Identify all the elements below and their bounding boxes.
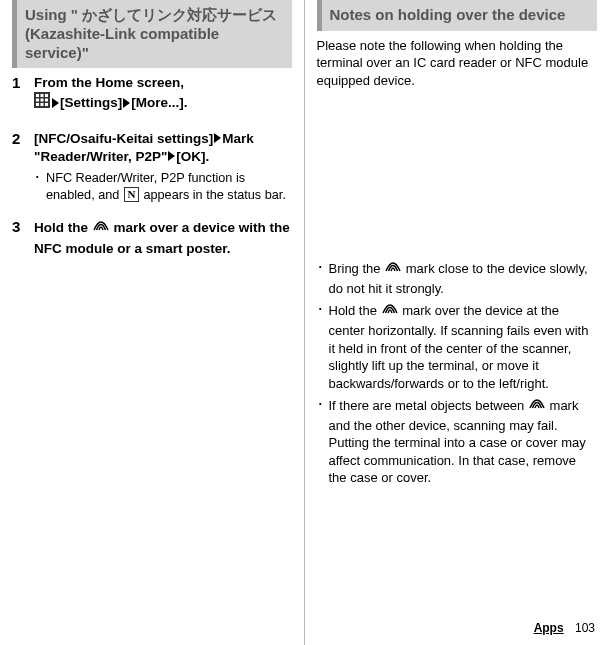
step-title: Hold the mark over a device with the NFC…	[34, 218, 292, 257]
list-item: ･ Hold the mark over the device at the c…	[317, 301, 598, 392]
footer-section: Apps	[534, 621, 564, 635]
triangle-icon	[123, 98, 130, 108]
svg-rect-9	[45, 103, 48, 106]
step-title: From the Home screen,	[34, 74, 292, 115]
step-text: From the Home screen,	[34, 75, 184, 90]
list-item: ･ Bring the mark close to the device slo…	[317, 259, 598, 297]
right-bullet-list: ･ Bring the mark close to the device slo…	[317, 259, 598, 487]
step-sub-bullet: ･ NFC Reader/Writer, P2P function is ena…	[34, 170, 292, 204]
svg-rect-2	[41, 94, 44, 97]
step-body: From the Home screen,	[34, 74, 292, 115]
step-title: [NFC/Osaifu-Keitai settings]Mark "Reader…	[34, 130, 292, 166]
step-text: [OK].	[176, 149, 209, 164]
step-item: 2 [NFC/Osaifu-Keitai settings]Mark "Read…	[12, 130, 292, 205]
bullet-dot: ･	[317, 396, 329, 487]
nfc-mark-icon	[529, 396, 545, 415]
svg-rect-6	[45, 99, 48, 102]
triangle-icon	[214, 133, 221, 143]
bullet-text: Hold the mark over the device at the cen…	[329, 301, 598, 392]
bullet-text: Bring the mark close to the device slowl…	[329, 259, 598, 297]
triangle-icon	[52, 98, 59, 108]
nfc-mark-icon	[385, 259, 401, 278]
svg-rect-1	[36, 94, 39, 97]
step-body: [NFC/Osaifu-Keitai settings]Mark "Reader…	[34, 130, 292, 205]
nfc-mark-icon	[93, 218, 109, 237]
list-item: ･ If there are metal objects between mar…	[317, 396, 598, 487]
svg-rect-4	[36, 99, 39, 102]
svg-rect-3	[45, 94, 48, 97]
step-text: [More...].	[131, 96, 187, 111]
step-text: [Settings]	[60, 96, 122, 111]
step-number: 3	[12, 218, 34, 257]
right-column: Notes on holding over the device Please …	[305, 0, 610, 645]
sub-bullet-text: NFC Reader/Writer, P2P function is enabl…	[46, 170, 292, 204]
bullet-dot: ･	[317, 301, 329, 392]
bullet-text: If there are metal objects between mark …	[329, 396, 598, 487]
step-body: Hold the mark over a device with the NFC…	[34, 218, 292, 257]
home-grid-icon	[34, 92, 50, 113]
bullet-dot: ･	[34, 170, 46, 204]
step-text: Hold the	[34, 221, 92, 236]
step-item: 3 Hold the mark over a device with the N…	[12, 218, 292, 257]
bullet-dot: ･	[317, 259, 329, 297]
page-footer: Apps 103	[534, 621, 595, 635]
text-fragment: If there are metal objects between	[329, 398, 528, 413]
text-fragment: Hold the	[329, 303, 381, 318]
step-number: 1	[12, 74, 34, 115]
step-text: [NFC/Osaifu-Keitai settings]	[34, 131, 213, 146]
left-section-header: Using " かざしてリンク対応サービス (Kazashite-Link co…	[12, 0, 292, 68]
left-column: Using " かざしてリンク対応サービス (Kazashite-Link co…	[0, 0, 305, 645]
step-item: 1 From the Home screen,	[12, 74, 292, 115]
nfc-n-icon: N	[124, 187, 139, 202]
text-fragment: Bring the	[329, 261, 385, 276]
page-number: 103	[575, 621, 595, 635]
svg-rect-5	[41, 99, 44, 102]
right-section-header: Notes on holding over the device	[317, 0, 598, 31]
steps-list: 1 From the Home screen,	[12, 74, 292, 258]
svg-rect-8	[41, 103, 44, 106]
nfc-mark-icon	[382, 301, 398, 320]
svg-rect-7	[36, 103, 39, 106]
triangle-icon	[168, 151, 175, 161]
intro-text: Please note the following when holding t…	[317, 37, 598, 90]
step-number: 2	[12, 130, 34, 205]
text-fragment: appears in the status bar.	[140, 188, 286, 202]
